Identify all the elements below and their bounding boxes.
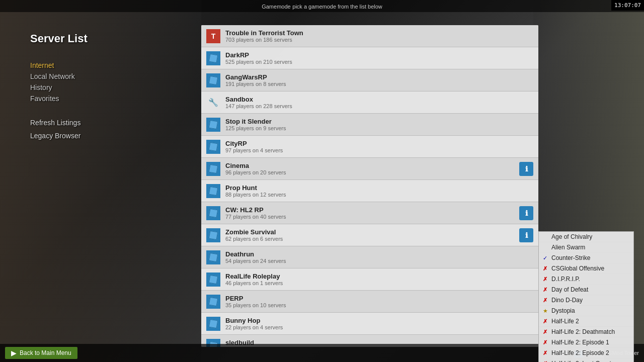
sidebar-item-localnetwork[interactable]: Local Network — [30, 71, 91, 81]
game-item[interactable]: DarkRP 525 players on 210 servers — [201, 47, 538, 69]
dropdown-item-label: Dino D-Day — [551, 297, 583, 304]
info-button[interactable]: ℹ — [519, 206, 533, 220]
clock: 13:07:07 — [611, 0, 644, 11]
game-text: Trouble in Terrorist Town 703 players on… — [225, 29, 533, 43]
sidebar-item-favorites[interactable]: Favorites — [30, 94, 91, 104]
game-item[interactable]: CityRP 97 players on 4 servers — [201, 136, 538, 158]
game-stats: 77 players on 40 servers — [225, 214, 519, 220]
dropdown-item-label: Dystopia — [551, 307, 575, 314]
game-stats: 35 players on 10 servers — [225, 302, 533, 308]
blue-icon — [206, 295, 220, 309]
game-text: Sandbox 147 players on 228 servers — [225, 96, 533, 109]
dropdown-item[interactable]: ✗ Half-Life 2: Episode 1 — [539, 337, 633, 348]
dropdown-item[interactable]: Age of Chivalry — [539, 232, 633, 242]
dropdown-item[interactable]: ✗ Half-Life 2: Deathmatch — [539, 327, 633, 337]
game-stats: 125 players on 9 servers — [225, 125, 533, 131]
game-stats: 147 players on 228 servers — [225, 103, 533, 109]
game-item[interactable]: T Trouble in Terrorist Town 703 players … — [201, 25, 538, 47]
game-name: PERP — [225, 295, 533, 302]
sidebar-nav: Internet Local Network History Favorites — [30, 60, 91, 104]
blue-icon — [206, 250, 220, 264]
game-item[interactable]: PERP 35 players on 10 servers — [201, 291, 538, 313]
dropdown-item-label: Counter-Strike — [551, 254, 590, 261]
game-name: CityRP — [225, 140, 533, 147]
blue-icon — [206, 228, 220, 242]
dropdown-item[interactable]: ✗ Day of Defeat — [539, 285, 633, 295]
game-text: Cinema 96 players on 20 servers — [225, 162, 519, 175]
game-name: RealLife Roleplay — [225, 273, 533, 280]
x-icon: ✗ — [543, 360, 549, 363]
dropdown-item[interactable]: Alien Swarm — [539, 242, 633, 253]
dropdown-item[interactable]: ✗ CSGlobal Offensive — [539, 263, 633, 274]
dropdown-item-label: D.I.P.R.I.P. — [551, 276, 580, 283]
dropdown-item[interactable]: ✗ Half-Life 2: Lost Coast — [539, 358, 633, 362]
dropdown-item-label: CSGlobal Offensive — [551, 265, 604, 272]
game-stats: 54 players on 24 servers — [225, 258, 533, 264]
check-icon: ✓ — [543, 255, 549, 261]
sidebar: Server List Internet Local Network Histo… — [0, 12, 101, 362]
blue-icon — [206, 317, 220, 331]
back-to-main-button[interactable]: ▶ Back to Main Menu — [5, 347, 77, 359]
game-text: Prop Hunt 88 players on 12 servers — [225, 184, 533, 198]
gamemode-list[interactable]: T Trouble in Terrorist Town 703 players … — [201, 25, 538, 347]
topbar: Gamemode pick a gamemode from the list b… — [0, 0, 644, 12]
game-item[interactable]: GangWarsRP 191 players on 8 servers — [201, 69, 538, 92]
game-item[interactable]: CW: HL2 RP 77 players on 40 servers ℹ — [201, 202, 538, 224]
game-name: Sandbox — [225, 96, 533, 103]
x-icon: ✗ — [543, 287, 549, 293]
x-icon: ✗ — [543, 318, 549, 325]
game-item[interactable]: Prop Hunt 88 players on 12 servers — [201, 180, 538, 202]
dropdown-item[interactable]: ✓ Counter-Strike — [539, 253, 633, 263]
x-icon: ✗ — [543, 276, 549, 283]
dropdown-item[interactable]: ✗ Dino D-Day — [539, 295, 633, 306]
info-button[interactable]: ℹ — [519, 162, 533, 176]
wrench-icon: 🔧 — [206, 96, 220, 110]
game-text: CW: HL2 RP 77 players on 40 servers — [225, 206, 519, 220]
dropdown-item-label: Age of Chivalry — [551, 233, 592, 240]
game-stats: 525 players on 210 servers — [225, 59, 533, 65]
dropdown-item-label: Half-Life 2: Episode 2 — [551, 349, 609, 356]
game-name: Stop it Slender — [225, 118, 533, 125]
game-text: Deathrun 54 players on 24 servers — [225, 250, 533, 264]
blue-icon — [206, 140, 220, 154]
game-name: CW: HL2 RP — [225, 206, 519, 214]
game-item[interactable]: 🔧 Sandbox 147 players on 228 servers — [201, 92, 538, 114]
dropdown-item[interactable]: ✗ D.I.P.R.I.P. — [539, 274, 633, 285]
game-name: Prop Hunt — [225, 184, 533, 192]
sidebar-item-internet[interactable]: Internet — [30, 60, 91, 70]
info-button[interactable]: ℹ — [519, 228, 533, 242]
dropdown-item-label: Half-Life 2: Episode 1 — [551, 339, 609, 346]
dropdown-item-label: Alien Swarm — [551, 244, 585, 251]
game-stats: 88 players on 12 servers — [225, 192, 533, 198]
gamemode-header: Gamemode pick a gamemode from the list b… — [262, 3, 382, 10]
game-item[interactable]: RealLife Roleplay 46 players on 1 server… — [201, 268, 538, 291]
game-stats: 96 players on 20 servers — [225, 169, 519, 175]
dropdown-item[interactable]: ✗ Half-Life 2 — [539, 316, 633, 327]
x-icon: ✗ — [543, 339, 549, 346]
game-item[interactable]: Stop it Slender 125 players on 9 servers — [201, 114, 538, 136]
game-name: Zombie Survival — [225, 228, 519, 236]
game-stats: 46 players on 1 servers — [225, 280, 533, 286]
game-item[interactable]: Cinema 96 players on 20 servers ℹ — [201, 158, 538, 180]
dropdown-item-label: Half-Life 2: Lost Coast — [551, 360, 611, 362]
blue-icon — [206, 73, 220, 87]
refresh-listings-button[interactable]: Refresh Listings — [30, 119, 91, 127]
sidebar-item-history[interactable]: History — [30, 82, 91, 93]
blue-icon — [206, 206, 220, 220]
game-item[interactable]: Deathrun 54 players on 24 servers — [201, 246, 538, 268]
blue-icon — [206, 118, 220, 132]
game-item[interactable]: Zombie Survival 62 players on 6 servers … — [201, 224, 538, 246]
game-text: CityRP 97 players on 4 servers — [225, 140, 533, 153]
back-arrow-icon: ▶ — [11, 349, 17, 357]
game-item[interactable]: Bunny Hop 22 players on 4 servers — [201, 313, 538, 335]
game-text: Bunny Hop 22 players on 4 servers — [225, 317, 533, 330]
blue-icon — [206, 184, 220, 198]
game-text: RealLife Roleplay 46 players on 1 server… — [225, 273, 533, 286]
dropdown-item[interactable]: ✗ Half-Life 2: Episode 2 — [539, 348, 633, 358]
dropdown-item[interactable]: ★ Dystopia — [539, 306, 633, 316]
legacy-browser-button[interactable]: Legacy Browser — [30, 132, 91, 140]
game-name: Cinema — [225, 162, 519, 169]
game-name: DarkRP — [225, 51, 533, 59]
x-icon: ✗ — [543, 350, 549, 356]
blue-icon — [206, 273, 220, 287]
